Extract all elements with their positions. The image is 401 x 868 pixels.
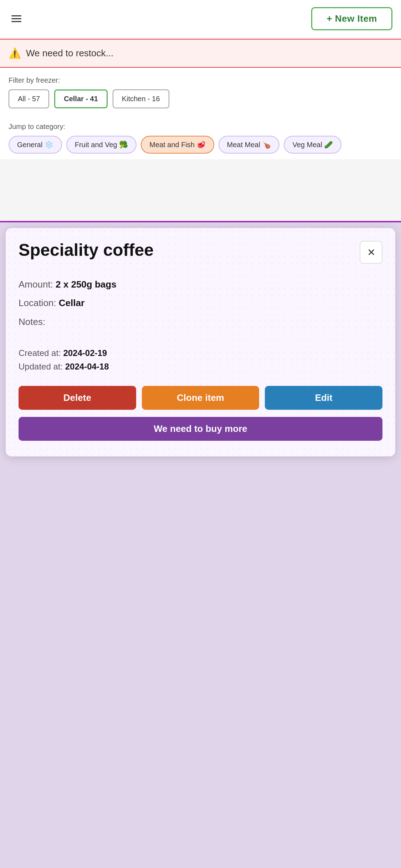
category-label: Jump to category: xyxy=(9,123,65,131)
filter-label: Filter by freezer: xyxy=(9,76,392,84)
amount-label: Amount: xyxy=(19,279,53,290)
category-veg-meal[interactable]: Veg Meal 🥒 xyxy=(284,136,341,154)
category-meat-meal[interactable]: Meat Meal 🍗 xyxy=(219,136,280,154)
alert-banner: ⚠️ We need to restock... xyxy=(0,39,401,68)
alert-text: We need to restock... xyxy=(26,48,113,59)
category-general[interactable]: General ❄️ xyxy=(9,136,62,154)
detail-card: Speciality coffee ✕ Amount: 2 x 250g bag… xyxy=(6,228,395,456)
header: + New Item xyxy=(0,0,401,37)
updated-label: Updated at: xyxy=(19,362,63,371)
card-title: Speciality coffee xyxy=(19,241,154,260)
filter-buttons: All - 57 Cellar - 41 Kitchen - 16 xyxy=(9,89,392,108)
buy-more-button[interactable]: We need to buy more xyxy=(19,417,382,441)
new-item-button[interactable]: + New Item xyxy=(311,7,392,30)
menu-button[interactable] xyxy=(9,12,24,25)
category-buttons: General ❄️ Fruit and Veg 🥦 Meat and Fish… xyxy=(9,136,392,154)
updated-value: 2024-04-18 xyxy=(65,362,109,371)
location-row: Location: Cellar xyxy=(19,296,382,309)
filter-cellar[interactable]: Cellar - 41 xyxy=(54,89,108,108)
category-section: Jump to category: General ❄️ Fruit and V… xyxy=(0,119,401,159)
created-row: Created at: 2024-02-19 xyxy=(19,348,382,358)
clone-button[interactable]: Clone item xyxy=(142,386,259,410)
location-label: Location: xyxy=(19,298,56,308)
notes-row: Notes: xyxy=(19,315,382,328)
delete-button[interactable]: Delete xyxy=(19,386,136,410)
filter-all[interactable]: All - 57 xyxy=(9,89,49,108)
card-header: Speciality coffee ✕ xyxy=(19,241,382,264)
amount-value: 2 x 250g bags xyxy=(56,279,117,290)
notes-label: Notes: xyxy=(19,316,45,327)
card-actions: Delete Clone item Edit xyxy=(19,386,382,410)
location-value: Cellar xyxy=(59,298,84,308)
notes-content xyxy=(19,331,382,340)
category-meat-fish[interactable]: Meat and Fish 🥩 xyxy=(141,136,214,154)
close-button[interactable]: ✕ xyxy=(360,241,382,264)
created-label: Created at: xyxy=(19,348,61,358)
filter-kitchen[interactable]: Kitchen - 16 xyxy=(113,89,169,108)
created-value: 2024-02-19 xyxy=(63,348,107,358)
edit-button[interactable]: Edit xyxy=(265,386,382,410)
card-dates: Created at: 2024-02-19 Updated at: 2024-… xyxy=(19,348,382,372)
updated-row: Updated at: 2024-04-18 xyxy=(19,362,382,372)
category-fruit-veg[interactable]: Fruit and Veg 🥦 xyxy=(66,136,137,154)
amount-row: Amount: 2 x 250g bags xyxy=(19,278,382,291)
alert-icon: ⚠️ xyxy=(9,47,21,59)
filter-section: Filter by freezer: All - 57 Cellar - 41 … xyxy=(0,68,401,119)
